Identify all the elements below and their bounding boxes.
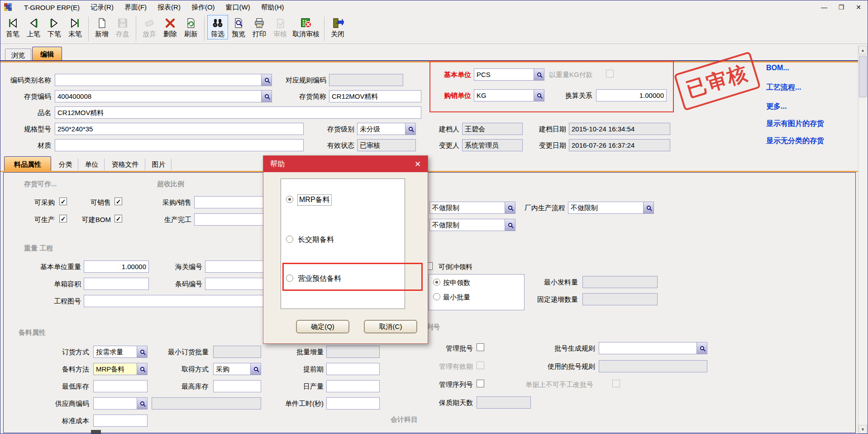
- scroll-down-icon[interactable]: ▼: [858, 425, 867, 434]
- dialog-close-icon[interactable]: ✕: [411, 158, 424, 170]
- level-input[interactable]: 未分级: [357, 123, 416, 135]
- prep-method-input[interactable]: MRP备料: [93, 363, 148, 375]
- prev-record-button[interactable]: 上笔: [23, 15, 44, 39]
- bom-allowed-checkbox[interactable]: [114, 215, 122, 222]
- print-button[interactable]: 打印: [249, 15, 270, 39]
- mrp-prep-radio[interactable]: [286, 196, 293, 203]
- lookup-button[interactable]: [261, 91, 272, 102]
- filter-button[interactable]: 筛选: [207, 15, 228, 39]
- menu-item-record[interactable]: 记录(R): [85, 1, 119, 14]
- sellable-checkbox[interactable]: [114, 198, 122, 205]
- lookup-button[interactable]: [505, 202, 515, 213]
- tab-images[interactable]: 图片: [146, 159, 172, 170]
- by-request-radio[interactable]: [433, 279, 440, 286]
- tab-item-properties[interactable]: 料品属性: [4, 156, 51, 171]
- code-category-input[interactable]: [55, 74, 272, 86]
- no-manual-batch-checkbox: [612, 380, 620, 387]
- lookup-button[interactable]: [505, 219, 515, 231]
- lookup-button[interactable]: [250, 363, 261, 375]
- tab-edit[interactable]: 编辑: [32, 47, 62, 61]
- drawing-input[interactable]: [84, 295, 291, 307]
- cancel-audit-button[interactable]: 取消审核: [291, 15, 321, 39]
- lookup-button[interactable]: [534, 69, 544, 80]
- box-volume-input[interactable]: [84, 278, 149, 290]
- purchasable-checkbox[interactable]: [59, 198, 67, 205]
- long-lead-prep-radio[interactable]: [286, 236, 293, 243]
- long-lead-prep-label[interactable]: 长交期备料: [298, 235, 334, 245]
- lookup-button[interactable]: [405, 123, 415, 135]
- lookup-button[interactable]: [696, 342, 707, 354]
- tab-qualification-files[interactable]: 资格文件: [105, 159, 145, 170]
- base-weight-input[interactable]: 1.00000: [84, 260, 149, 273]
- refresh-button[interactable]: 刷新: [181, 15, 201, 39]
- producible-checkbox[interactable]: [59, 215, 67, 222]
- supplier-input[interactable]: [93, 397, 148, 410]
- unit-hours-input[interactable]: [326, 397, 380, 410]
- last-record-button[interactable]: 末笔: [65, 15, 86, 39]
- ok-button[interactable]: 确定(Q): [296, 320, 349, 333]
- menu-item-operation[interactable]: 操作(O): [186, 1, 220, 14]
- tab-units[interactable]: 单位: [79, 159, 105, 170]
- material-input[interactable]: [55, 139, 304, 151]
- toolbar-separator: [324, 17, 324, 41]
- lookup-button[interactable]: [137, 398, 147, 409]
- lookup-button[interactable]: [137, 363, 147, 375]
- cancel-button[interactable]: 取消(C): [364, 320, 417, 333]
- first-record-button[interactable]: 首笔: [2, 15, 23, 39]
- order-method-input[interactable]: 按需求量: [93, 346, 148, 358]
- manage-serial-checkbox[interactable]: [477, 380, 484, 387]
- scrollbar-thumb[interactable]: [859, 56, 867, 97]
- lookup-button[interactable]: [643, 202, 653, 213]
- std-cost-input[interactable]: [93, 415, 148, 427]
- max-stock-input[interactable]: [213, 380, 261, 392]
- link-show-with-images[interactable]: 显示有图片的存货: [766, 119, 824, 129]
- mrp-prep-label[interactable]: MRP备料: [298, 195, 331, 205]
- preview-button[interactable]: 预览: [228, 15, 249, 39]
- vertical-scrollbar[interactable]: ▲ ▼: [858, 46, 867, 434]
- restriction-input-1[interactable]: 不做限制: [429, 202, 515, 214]
- lead-time-input[interactable]: [326, 363, 380, 375]
- link-bom[interactable]: BOM...: [766, 64, 789, 72]
- manage-expiry-label: 管理有效期: [430, 362, 473, 371]
- menu-item-report[interactable]: 报表(R): [152, 1, 186, 14]
- tab-classification[interactable]: 分类: [53, 159, 78, 170]
- restriction-input-2[interactable]: 不做限制: [429, 219, 515, 231]
- menu-item-window[interactable]: 窗口(W): [220, 1, 256, 14]
- item-abbr-value: CR12MOV精料: [332, 92, 378, 100]
- menu-item-help[interactable]: 帮助(H): [256, 1, 290, 14]
- minimize-icon[interactable]: —: [819, 2, 830, 12]
- close-window-icon[interactable]: ✕: [853, 2, 864, 12]
- lookup-button[interactable]: [261, 74, 272, 86]
- conversion-input[interactable]: 1.00000: [596, 89, 667, 101]
- factory-flow-input[interactable]: 不做限制: [568, 202, 654, 214]
- link-show-unclassified[interactable]: 显示无分类的存货: [766, 136, 824, 146]
- lookup-button[interactable]: [534, 90, 544, 101]
- min-stock-input[interactable]: [93, 380, 148, 392]
- min-stock-label: 最低库存: [35, 382, 89, 391]
- lookup-button[interactable]: [137, 346, 147, 357]
- base-unit-input[interactable]: PCS: [474, 68, 544, 81]
- spec-input[interactable]: 250*240*35: [55, 123, 304, 135]
- supplier-label: 供应商编码: [39, 399, 89, 408]
- restore-icon[interactable]: ❐: [836, 2, 847, 12]
- acquire-input[interactable]: 采购: [213, 363, 261, 375]
- close-button[interactable]: 关闭: [327, 15, 348, 39]
- fixed-increment-label: 固定递增数量: [528, 295, 578, 304]
- link-more[interactable]: 更多...: [766, 102, 787, 111]
- link-process-flow[interactable]: 工艺流程...: [766, 83, 801, 92]
- batch-rule-input[interactable]: [599, 342, 707, 354]
- tab-browse[interactable]: 浏览: [5, 48, 31, 61]
- item-abbr-input[interactable]: CR12MOV精料: [329, 90, 421, 102]
- new-button[interactable]: 新增: [91, 15, 112, 39]
- item-code-input[interactable]: 400400008: [55, 90, 272, 102]
- menu-item-interface[interactable]: 界面(F): [119, 1, 152, 14]
- manage-batch-checkbox[interactable]: [477, 343, 484, 351]
- next-record-button[interactable]: 下笔: [44, 15, 65, 39]
- delete-button[interactable]: 删除: [160, 15, 181, 39]
- scroll-up-icon[interactable]: ▲: [858, 46, 867, 54]
- item-name-input[interactable]: CR12MOV精料: [55, 106, 421, 119]
- trade-unit-input[interactable]: KG: [474, 89, 544, 101]
- daily-output-input[interactable]: [326, 380, 380, 392]
- menu-item-app[interactable]: T-GROUP ERP(E): [19, 2, 85, 13]
- min-batch-radio[interactable]: [433, 293, 440, 300]
